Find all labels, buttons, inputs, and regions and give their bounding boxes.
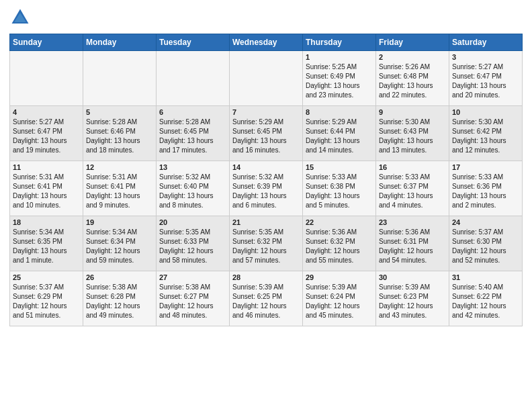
day-number: 4: [13, 108, 80, 116]
calendar-cell: [83, 51, 157, 106]
cell-line: Sunrise: 5:27 AM: [452, 62, 519, 72]
cell-line: and 59 minutes.: [86, 256, 153, 265]
cell-line: Sunset: 6:28 PM: [86, 292, 153, 302]
cell-line: Sunrise: 5:38 AM: [159, 283, 226, 292]
calendar-row: 1Sunrise: 5:25 AMSunset: 6:49 PMDaylight…: [10, 51, 523, 106]
logo: [9, 7, 34, 28]
cell-line: Sunset: 6:24 PM: [306, 292, 373, 302]
cell-line: Sunset: 6:36 PM: [452, 182, 519, 191]
calendar-row: 18Sunrise: 5:34 AMSunset: 6:35 PMDayligh…: [10, 216, 523, 271]
cell-line: Daylight: 12 hours: [86, 302, 153, 311]
cell-line: Daylight: 12 hours: [452, 302, 519, 311]
cell-content: Sunrise: 5:27 AMSunset: 6:47 PMDaylight:…: [13, 118, 80, 155]
cell-line: Sunset: 6:35 PM: [13, 237, 80, 246]
cell-line: Sunset: 6:29 PM: [13, 292, 80, 302]
cell-line: and 4 minutes.: [379, 201, 446, 210]
calendar-cell: 19Sunrise: 5:34 AMSunset: 6:34 PMDayligh…: [83, 216, 157, 271]
day-number: 10: [452, 108, 519, 116]
cell-content: Sunrise: 5:33 AMSunset: 6:38 PMDaylight:…: [306, 173, 373, 210]
day-number: 11: [13, 163, 80, 171]
calendar-cell: 6Sunrise: 5:28 AMSunset: 6:45 PMDaylight…: [157, 106, 230, 161]
cell-line: and 43 minutes.: [379, 311, 446, 320]
day-number: 9: [379, 108, 446, 116]
cell-content: Sunrise: 5:36 AMSunset: 6:31 PMDaylight:…: [379, 228, 446, 265]
cell-line: and 18 minutes.: [86, 146, 153, 155]
day-number: 24: [452, 218, 519, 226]
cell-line: Sunset: 6:46 PM: [86, 127, 153, 136]
cell-line: Sunset: 6:37 PM: [379, 182, 446, 191]
calendar-row: 11Sunrise: 5:31 AMSunset: 6:41 PMDayligh…: [10, 161, 523, 216]
cell-line: and 16 minutes.: [232, 146, 300, 155]
cell-line: Sunset: 6:45 PM: [159, 127, 226, 136]
cell-content: Sunrise: 5:38 AMSunset: 6:28 PMDaylight:…: [86, 283, 153, 320]
cell-line: Sunset: 6:49 PM: [306, 72, 373, 81]
cell-line: Sunrise: 5:33 AM: [306, 173, 373, 182]
cell-content: Sunrise: 5:32 AMSunset: 6:40 PMDaylight:…: [159, 173, 226, 210]
calendar-cell: 23Sunrise: 5:36 AMSunset: 6:31 PMDayligh…: [376, 216, 449, 271]
cell-line: and 17 minutes.: [159, 146, 226, 155]
calendar-cell: 15Sunrise: 5:33 AMSunset: 6:38 PMDayligh…: [303, 161, 376, 216]
cell-content: Sunrise: 5:34 AMSunset: 6:35 PMDaylight:…: [13, 228, 80, 265]
day-number: 30: [379, 273, 446, 281]
cell-content: Sunrise: 5:25 AMSunset: 6:49 PMDaylight:…: [306, 62, 373, 100]
cell-line: Sunset: 6:45 PM: [232, 127, 300, 136]
calendar-cell: [157, 51, 230, 106]
cell-line: Daylight: 12 hours: [379, 302, 446, 311]
cell-line: Sunset: 6:41 PM: [86, 182, 153, 191]
calendar-row: 25Sunrise: 5:37 AMSunset: 6:29 PMDayligh…: [10, 271, 523, 326]
day-number: 7: [232, 108, 300, 116]
cell-line: and 22 minutes.: [379, 91, 446, 100]
cell-line: Daylight: 13 hours: [232, 191, 300, 201]
calendar-cell: 17Sunrise: 5:33 AMSunset: 6:36 PMDayligh…: [449, 161, 523, 216]
cell-line: Sunrise: 5:31 AM: [86, 173, 153, 182]
cell-line: and 8 minutes.: [159, 201, 226, 210]
cell-line: Daylight: 12 hours: [13, 302, 80, 311]
cell-line: Sunrise: 5:40 AM: [452, 283, 519, 292]
cell-line: Sunrise: 5:37 AM: [452, 228, 519, 237]
calendar-cell: 4Sunrise: 5:27 AMSunset: 6:47 PMDaylight…: [10, 106, 83, 161]
cell-line: Sunset: 6:33 PM: [159, 237, 226, 246]
calendar-cell: 26Sunrise: 5:38 AMSunset: 6:28 PMDayligh…: [83, 271, 157, 326]
cell-line: and 49 minutes.: [86, 311, 153, 320]
cell-content: Sunrise: 5:29 AMSunset: 6:45 PMDaylight:…: [232, 118, 300, 155]
cell-content: Sunrise: 5:27 AMSunset: 6:47 PMDaylight:…: [452, 62, 519, 100]
cell-content: Sunrise: 5:28 AMSunset: 6:46 PMDaylight:…: [86, 118, 153, 155]
cell-line: and 20 minutes.: [452, 91, 519, 100]
cell-line: Sunrise: 5:37 AM: [13, 283, 80, 292]
weekday-header: Wednesday: [230, 34, 303, 51]
calendar-cell: [10, 51, 83, 106]
cell-content: Sunrise: 5:40 AMSunset: 6:22 PMDaylight:…: [452, 283, 519, 320]
cell-line: Sunrise: 5:36 AM: [379, 228, 446, 237]
cell-content: Sunrise: 5:35 AMSunset: 6:32 PMDaylight:…: [232, 228, 300, 265]
cell-line: Daylight: 12 hours: [159, 246, 226, 256]
day-number: 15: [306, 163, 373, 171]
cell-line: Sunset: 6:38 PM: [306, 182, 373, 191]
cell-line: Sunset: 6:48 PM: [379, 72, 446, 81]
cell-line: Daylight: 12 hours: [86, 246, 153, 256]
day-number: 27: [159, 273, 226, 281]
cell-line: and 45 minutes.: [306, 311, 373, 320]
day-number: 26: [86, 273, 153, 281]
cell-line: Sunrise: 5:34 AM: [13, 228, 80, 237]
calendar-cell: 25Sunrise: 5:37 AMSunset: 6:29 PMDayligh…: [10, 271, 83, 326]
cell-content: Sunrise: 5:32 AMSunset: 6:39 PMDaylight:…: [232, 173, 300, 210]
day-number: 18: [13, 218, 80, 226]
cell-line: Sunrise: 5:31 AM: [13, 173, 80, 182]
cell-line: Sunset: 6:30 PM: [452, 237, 519, 246]
cell-content: Sunrise: 5:39 AMSunset: 6:25 PMDaylight:…: [232, 283, 300, 320]
cell-content: Sunrise: 5:29 AMSunset: 6:44 PMDaylight:…: [306, 118, 373, 155]
cell-content: Sunrise: 5:30 AMSunset: 6:42 PMDaylight:…: [452, 118, 519, 155]
cell-content: Sunrise: 5:31 AMSunset: 6:41 PMDaylight:…: [86, 173, 153, 210]
cell-line: Sunrise: 5:35 AM: [232, 228, 300, 237]
cell-content: Sunrise: 5:37 AMSunset: 6:29 PMDaylight:…: [13, 283, 80, 320]
cell-line: and 19 minutes.: [13, 146, 80, 155]
cell-line: Daylight: 13 hours: [452, 136, 519, 146]
cell-line: Daylight: 12 hours: [232, 302, 300, 311]
day-number: 2: [379, 53, 446, 61]
day-number: 28: [232, 273, 300, 281]
day-number: 6: [159, 108, 226, 116]
calendar-cell: 24Sunrise: 5:37 AMSunset: 6:30 PMDayligh…: [449, 216, 523, 271]
cell-line: Sunset: 6:47 PM: [452, 72, 519, 81]
cell-content: Sunrise: 5:31 AMSunset: 6:41 PMDaylight:…: [13, 173, 80, 210]
weekday-header: Saturday: [449, 34, 523, 51]
